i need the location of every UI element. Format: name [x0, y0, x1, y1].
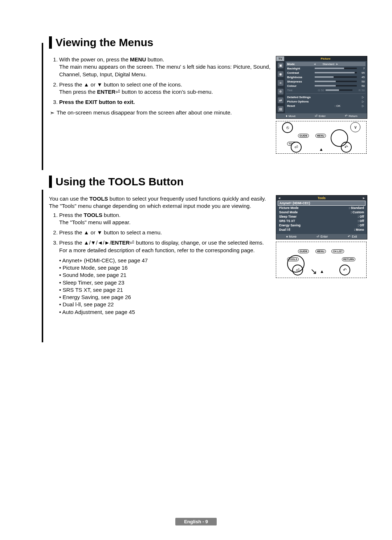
exit-icon: ↶ [348, 235, 351, 238]
step-1: Press the TOOLS button. The "Tools" menu… [59, 211, 272, 226]
enter-icon: ⏎ [315, 114, 318, 118]
osd-tv-label: TV [276, 56, 284, 61]
section-viewing-menus: Viewing the Menus With the power on, pre… [49, 36, 370, 154]
heading-accent [49, 36, 52, 49]
chevron-left-icon: ◄ [278, 196, 281, 200]
tools-row: SRS TS XTOff [276, 219, 367, 223]
chevron-left-icon: ◄ [313, 63, 316, 66]
osd-row-tint: Tint G 50 R 50 [286, 88, 366, 92]
remote-illustration-2: GUIDE MENU CH LIST TOOLS RETURN ⏎ ↶ ▲ ↘ [276, 242, 367, 278]
tools-row: Energy SavingOff [276, 223, 367, 227]
osd-row-sharpness: Sharpness 50 [286, 79, 366, 84]
return-icon: ↶ [345, 114, 348, 118]
list-item: Anynet+ (HDMI-CEC), see page 47 [59, 257, 272, 264]
setup-icon: ✲ [278, 89, 283, 94]
enter-icon: ⏎ [317, 235, 319, 238]
nav-down-icon: ∨ [350, 122, 360, 132]
enter-icon: ⏎ [130, 239, 134, 246]
osd-row-detailed: Detailed Settings ▷ [286, 95, 366, 99]
osd-row-contrast: Contrast 95 [286, 70, 366, 75]
section-rule [42, 190, 43, 342]
chevron-right-icon: ▷ [362, 104, 365, 108]
digital-icon: ▤ [278, 106, 283, 112]
section-tools-button: Using the TOOLS Button You can use the T… [49, 176, 370, 316]
osd-row-reset: Reset : OK ▷ [286, 104, 366, 108]
section-title: Using the TOOLS Button [56, 176, 184, 188]
tools-row: Sleep TimerOff [276, 214, 367, 219]
note: ➣ The on-screen menus disappear from the… [49, 109, 272, 117]
osd-row-mode: Mode ◄ Standard ► [286, 62, 366, 66]
enter-icon: ⏎ [115, 89, 120, 95]
instruction-text: You can use the TOOLS button to select y… [49, 195, 272, 316]
move-icon: ♦ [286, 235, 288, 238]
menu-button: MENU [315, 134, 326, 138]
callout-circle [331, 129, 348, 147]
step-3: Press the EXIT button to exit. [59, 98, 272, 106]
chlist-button: CH LIST [331, 249, 344, 253]
chevron-right-icon: ► [336, 63, 339, 66]
tools-row: Sound ModeCustom [276, 210, 367, 214]
chevron-right-icon: ► [362, 196, 366, 200]
nav-arrow: ↘ [310, 267, 317, 276]
list-item: Energy Saving, see page 26 [59, 294, 272, 301]
osd-icon-rail: ▣ ◉ ≡ ✲ ⇄ ▤ [276, 61, 285, 113]
tools-row: Picture ModeStandard [276, 206, 367, 210]
note-icon: ➣ [50, 109, 54, 117]
up-arrow-icon: ▲ [320, 269, 324, 274]
tools-row: Dual l-llMono [276, 227, 367, 232]
return-button-icon: ↶ [339, 265, 350, 275]
osd-tools-menu: ◄ Tools ► Anynet+ (HDMI-CEC) Picture Mod… [276, 195, 367, 239]
list-item: Dual l-ll, see page 22 [59, 301, 272, 308]
menu-button: MENU [315, 249, 326, 253]
enter-button-icon: ⏎ [291, 142, 302, 153]
chevron-right-icon: ▷ [362, 100, 365, 103]
sound-icon: ◉ [278, 71, 283, 77]
channel-icon: ≡ [278, 80, 283, 86]
step-3: Press the ▲/▼/◄/►/ENTER⏎ buttons to disp… [59, 239, 272, 254]
manual-page: Viewing the Menus With the power on, pre… [0, 0, 392, 540]
osd-footer: ♦Move ⏎Enter ↶Return [276, 113, 367, 118]
power-button-icon: ⎋ [282, 122, 293, 133]
osd-row-colour: Colour 50 [286, 84, 366, 88]
move-icon: ♦ [286, 114, 287, 118]
chevron-right-icon: ▷ [362, 96, 365, 99]
list-item: Sleep Timer, see page 23 [59, 279, 272, 286]
instruction-text: With the power on, press the MENU button… [49, 56, 272, 117]
remote-illustration-1: ⎋ ∨ GUIDE MENU TOOLS ⏎ ↶ ▲ [276, 121, 367, 154]
picture-icon: ▣ [278, 63, 283, 68]
guide-button: GUIDE [298, 134, 309, 138]
osd-list: Mode ◄ Standard ► Backlight 7 [285, 61, 367, 113]
reference-list: Anynet+ (HDMI-CEC), see page 47 Picture … [59, 257, 272, 316]
callout-circle [287, 255, 305, 273]
step-2: Press the ▲ or ▼ button to select one of… [59, 81, 272, 96]
list-item: Sound Mode, see page 21 [59, 271, 272, 279]
guide-button: GUIDE [298, 249, 309, 253]
section-title: Viewing the Menus [56, 36, 154, 49]
osd-title: Tools [281, 196, 362, 200]
list-item: SRS TS XT, see page 21 [59, 286, 272, 294]
input-icon: ⇄ [278, 97, 283, 103]
tools-row-anynet: Anynet+ (HDMI-CEC) [278, 201, 366, 206]
step-2: Press the ▲ or ▼ button to select a menu… [59, 229, 272, 236]
page-number: English - 9 [175, 518, 217, 525]
section-rule [42, 43, 43, 170]
heading-accent [49, 176, 52, 188]
osd-row-picopt: Picture Options ▷ [286, 99, 366, 104]
return-button: RETURN [342, 257, 355, 261]
step-1: With the power on, press the MENU button… [59, 56, 272, 78]
page-footer: English - 9 [0, 518, 392, 525]
up-arrow-icon: ▲ [319, 147, 323, 152]
list-item: Auto Adjustment, see page 45 [59, 309, 272, 316]
osd-footer: ♦Move ⏎Enter ↶Exit [276, 234, 367, 239]
list-item: Picture Mode, see page 16 [59, 264, 272, 271]
osd-row-backlight: Backlight 7 [286, 66, 366, 70]
osd-title: Picture [284, 56, 367, 61]
osd-picture-menu: TV Picture ▣ ◉ ≡ ✲ ⇄ ▤ [276, 56, 367, 119]
osd-row-brightness: Brightness 45 [286, 75, 366, 79]
